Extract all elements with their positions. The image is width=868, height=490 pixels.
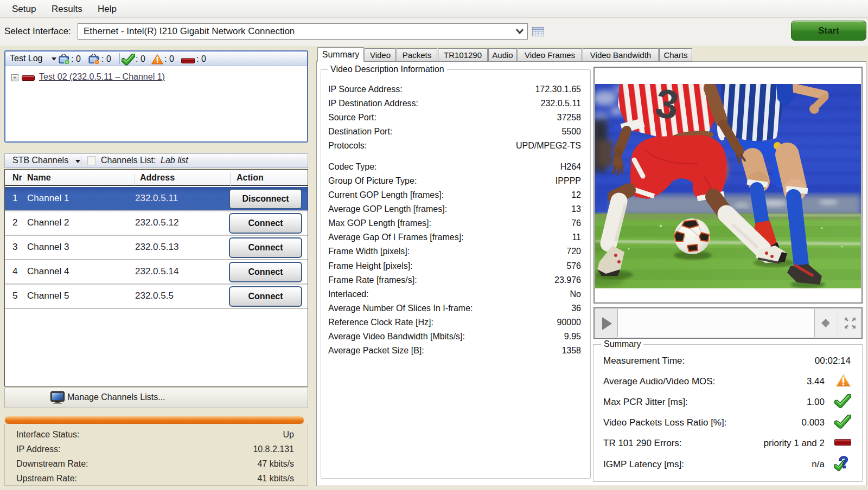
svg-text:?: ? bbox=[837, 454, 850, 472]
